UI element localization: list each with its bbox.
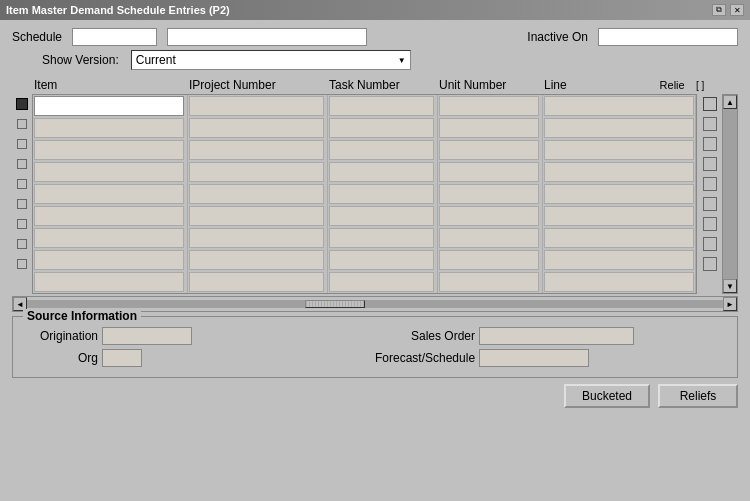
cell-project-8[interactable] — [189, 272, 324, 292]
scroll-up-button[interactable]: ▲ — [723, 95, 737, 109]
relief-checkbox-2[interactable] — [703, 137, 717, 151]
row-marker — [17, 139, 27, 149]
relief-checkbox-5[interactable] — [703, 197, 717, 211]
data-grid — [32, 94, 697, 294]
cell-project-5[interactable] — [189, 206, 324, 226]
scroll-down-button[interactable]: ▼ — [723, 279, 737, 293]
cell-task-7[interactable] — [329, 250, 434, 270]
cell-unit-5[interactable] — [439, 206, 539, 226]
cell-item-7[interactable] — [34, 250, 184, 270]
row-marker — [17, 159, 27, 169]
close-button[interactable]: ✕ — [730, 4, 744, 16]
cell-unit-4[interactable] — [439, 184, 539, 204]
cell-item-6[interactable] — [34, 228, 184, 248]
cell-project-7[interactable] — [189, 250, 324, 270]
relief-checkbox-4[interactable] — [703, 177, 717, 191]
reliefs-button[interactable]: Reliefs — [658, 384, 738, 408]
cell-item-0[interactable] — [34, 96, 184, 116]
source-information-legend: Source Information — [23, 309, 141, 323]
cell-unit-3[interactable] — [439, 162, 539, 182]
bucketed-button[interactable]: Bucketed — [564, 384, 650, 408]
scroll-track-horizontal[interactable] — [27, 300, 723, 308]
origination-row: Origination — [23, 327, 375, 345]
relief-bracket: [ ] — [694, 80, 706, 91]
col-header-relief: Relie [ ] — [642, 78, 722, 92]
cell-task-8[interactable] — [329, 272, 434, 292]
cell-line-6[interactable] — [544, 228, 694, 248]
row-indicator-2 — [12, 134, 32, 154]
cell-item-1[interactable] — [34, 118, 184, 138]
cell-task-3[interactable] — [329, 162, 434, 182]
cell-project-4[interactable] — [189, 184, 324, 204]
resize-button[interactable]: ⧉ — [712, 4, 726, 16]
cell-line-3[interactable] — [544, 162, 694, 182]
forecast-schedule-input[interactable] — [479, 349, 589, 367]
col-header-item: Item — [32, 78, 187, 92]
row-indicator-1 — [12, 114, 32, 134]
source-right-col: Sales Order Forecast/Schedule — [375, 327, 727, 371]
relief-checkbox-0[interactable] — [703, 97, 717, 111]
cell-line-1[interactable] — [544, 118, 694, 138]
relief-column — [697, 94, 722, 294]
scroll-right-button[interactable]: ► — [723, 297, 737, 311]
cell-line-5[interactable] — [544, 206, 694, 226]
cell-unit-0[interactable] — [439, 96, 539, 116]
cell-project-1[interactable] — [189, 118, 324, 138]
cell-task-4[interactable] — [329, 184, 434, 204]
relief-checkbox-7[interactable] — [703, 237, 717, 251]
version-row: Show Version: Current — [12, 50, 738, 70]
cell-line-4[interactable] — [544, 184, 694, 204]
cell-project-0[interactable] — [189, 96, 324, 116]
schedule-input-2[interactable] — [167, 28, 367, 46]
cell-item-2[interactable] — [34, 140, 184, 160]
cell-project-6[interactable] — [189, 228, 324, 248]
relief-checkbox-6[interactable] — [703, 217, 717, 231]
cell-item-4[interactable] — [34, 184, 184, 204]
main-content: Schedule Inactive On Show Version: Curre… — [0, 20, 750, 501]
version-select[interactable]: Current — [131, 50, 411, 70]
cell-task-6[interactable] — [329, 228, 434, 248]
row-indicator-6 — [12, 214, 32, 234]
relief-checkbox-3[interactable] — [703, 157, 717, 171]
scroll-thumb-horizontal[interactable] — [305, 300, 365, 308]
cell-item-5[interactable] — [34, 206, 184, 226]
relief-checkbox-8[interactable] — [703, 257, 717, 271]
inactive-on-input[interactable] — [598, 28, 738, 46]
cell-line-8[interactable] — [544, 272, 694, 292]
cell-unit-6[interactable] — [439, 228, 539, 248]
row-indicator-4 — [12, 174, 32, 194]
forecast-schedule-row: Forecast/Schedule — [375, 349, 727, 367]
col-header-project: IProject Number — [187, 78, 327, 92]
cell-item-3[interactable] — [34, 162, 184, 182]
row-marker — [17, 239, 27, 249]
schedule-input-1[interactable] — [72, 28, 157, 46]
cell-task-2[interactable] — [329, 140, 434, 160]
cell-unit-8[interactable] — [439, 272, 539, 292]
sales-order-input[interactable] — [479, 327, 634, 345]
org-row: Org — [23, 349, 375, 367]
cell-unit-2[interactable] — [439, 140, 539, 160]
cell-unit-1[interactable] — [439, 118, 539, 138]
org-label: Org — [23, 351, 98, 365]
origination-input[interactable] — [102, 327, 192, 345]
cell-line-7[interactable] — [544, 250, 694, 270]
source-left-col: Origination Org — [23, 327, 375, 371]
org-input[interactable] — [102, 349, 142, 367]
cell-item-8[interactable] — [34, 272, 184, 292]
table-header: Item IProject Number Task Number Unit Nu… — [12, 78, 738, 92]
cell-task-1[interactable] — [329, 118, 434, 138]
scroll-track-vertical[interactable] — [723, 109, 737, 279]
sales-order-label: Sales Order — [375, 329, 475, 343]
vertical-scrollbar[interactable]: ▲ ▼ — [722, 94, 738, 294]
col-unit — [438, 95, 543, 293]
show-version-label: Show Version: — [42, 53, 119, 67]
row-indicator-0 — [12, 94, 32, 114]
cell-project-3[interactable] — [189, 162, 324, 182]
cell-task-0[interactable] — [329, 96, 434, 116]
cell-unit-7[interactable] — [439, 250, 539, 270]
cell-task-5[interactable] — [329, 206, 434, 226]
cell-line-2[interactable] — [544, 140, 694, 160]
cell-line-0[interactable] — [544, 96, 694, 116]
relief-checkbox-1[interactable] — [703, 117, 717, 131]
cell-project-2[interactable] — [189, 140, 324, 160]
